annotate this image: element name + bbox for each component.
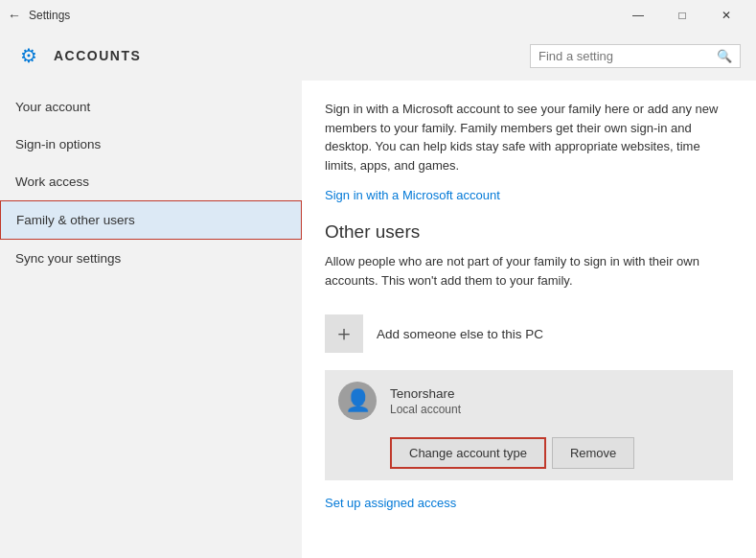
close-button[interactable]: ✕ xyxy=(704,0,748,31)
sidebar-item-work-access[interactable]: Work access xyxy=(0,163,302,200)
sign-in-microsoft-link[interactable]: Sign in with a Microsoft account xyxy=(325,188,500,202)
page-title: ACCOUNTS xyxy=(54,48,141,63)
user-card-actions: Change account type Remove xyxy=(325,431,733,480)
add-user-label: Add someone else to this PC xyxy=(377,327,543,341)
search-input[interactable] xyxy=(538,49,711,63)
search-box[interactable]: 🔍 xyxy=(530,44,741,68)
app-header: ⚙ ACCOUNTS 🔍 xyxy=(0,31,756,81)
sidebar-item-family-other-users[interactable]: Family & other users xyxy=(0,200,302,240)
sidebar-item-your-account[interactable]: Your account xyxy=(0,88,302,126)
user-icon: 👤 xyxy=(345,388,371,413)
back-button[interactable]: ← xyxy=(8,8,21,23)
title-bar-title: Settings xyxy=(29,9,70,22)
accounts-icon: ⚙ xyxy=(15,42,42,69)
maximize-button[interactable]: □ xyxy=(660,0,704,31)
add-user-icon: ＋ xyxy=(325,314,363,353)
sidebar-item-sync-settings[interactable]: Sync your settings xyxy=(0,240,302,277)
remove-button[interactable]: Remove xyxy=(552,437,634,469)
user-name: Tenorshare xyxy=(390,386,461,401)
sidebar-item-sign-in-options[interactable]: Sign-in options xyxy=(0,126,302,163)
add-user-row[interactable]: ＋ Add someone else to this PC xyxy=(325,305,733,362)
title-bar-left: ← Settings xyxy=(8,8,70,23)
user-card: 👤 Tenorshare Local account Change accoun… xyxy=(325,370,733,480)
user-card-header: 👤 Tenorshare Local account xyxy=(325,370,733,431)
search-icon: 🔍 xyxy=(717,49,732,63)
avatar: 👤 xyxy=(338,382,377,420)
user-type: Local account xyxy=(390,403,461,416)
change-account-type-button[interactable]: Change account type xyxy=(390,437,546,469)
user-info: Tenorshare Local account xyxy=(390,386,461,416)
app-body: Your account Sign-in options Work access… xyxy=(0,81,756,558)
other-users-section: Other users Allow people who are not par… xyxy=(325,221,733,511)
setup-assigned-access-link[interactable]: Set up assigned access xyxy=(325,496,456,510)
content-area: Sign in with a Microsoft account to see … xyxy=(302,81,756,558)
other-users-title: Other users xyxy=(325,221,733,243)
sidebar: Your account Sign-in options Work access… xyxy=(0,81,302,558)
other-users-description: Allow people who are not part of your fa… xyxy=(325,252,733,290)
title-bar: ← Settings — □ ✕ xyxy=(0,0,756,31)
minimize-button[interactable]: — xyxy=(616,0,660,31)
title-bar-controls: — □ ✕ xyxy=(616,0,748,31)
family-description: Sign in with a Microsoft account to see … xyxy=(325,100,733,174)
